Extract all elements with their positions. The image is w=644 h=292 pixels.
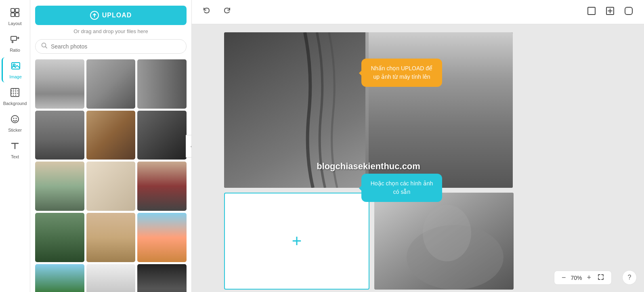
sidebar-item-label: Layout bbox=[8, 21, 21, 26]
sidebar-item-label: Ratio bbox=[10, 48, 20, 53]
list-item[interactable] bbox=[137, 111, 187, 160]
frame-buttons bbox=[584, 4, 636, 20]
panel: UPLOAD Or drag and drop your files here … bbox=[30, 0, 192, 292]
list-item[interactable] bbox=[86, 59, 136, 109]
collapse-panel-button[interactable]: ‹ bbox=[186, 135, 192, 158]
sticker-icon bbox=[10, 114, 20, 126]
canvas-area: Nhấn chọn UPLOAD để up ảnh từ máy tính l… bbox=[192, 0, 644, 292]
sidebar-item-sticker[interactable]: Sticker bbox=[2, 111, 28, 136]
list-item[interactable] bbox=[137, 162, 187, 211]
svg-point-9 bbox=[13, 118, 15, 119]
svg-point-20 bbox=[423, 205, 471, 261]
upload-icon bbox=[90, 11, 99, 20]
sidebar-item-image[interactable]: Image bbox=[2, 57, 28, 82]
sidebar-item-label: Text bbox=[11, 154, 19, 159]
svg-rect-13 bbox=[588, 7, 595, 15]
list-item[interactable] bbox=[35, 162, 84, 211]
background-icon bbox=[10, 87, 20, 99]
svg-rect-4 bbox=[11, 36, 17, 40]
list-item[interactable] bbox=[35, 264, 84, 292]
frame-rounded-button[interactable] bbox=[621, 4, 636, 20]
undo-button[interactable] bbox=[200, 5, 214, 19]
image-grid bbox=[35, 59, 187, 292]
layout-icon bbox=[10, 7, 20, 19]
sidebar-item-background[interactable]: Background bbox=[2, 84, 28, 109]
sidebar-item-label: Image bbox=[9, 74, 22, 79]
svg-rect-15 bbox=[625, 7, 632, 15]
canvas-row-bottom: + bbox=[224, 193, 514, 290]
svg-rect-1 bbox=[15, 8, 19, 12]
redo-button[interactable] bbox=[220, 5, 234, 19]
add-image-icon: + bbox=[292, 233, 302, 250]
frame-single-button[interactable] bbox=[584, 4, 599, 20]
frame-plus-button[interactable] bbox=[603, 4, 617, 20]
search-box bbox=[35, 39, 187, 54]
svg-rect-2 bbox=[11, 13, 15, 17]
canvas-card-main[interactable]: blogchiasekienthuc.com bbox=[224, 32, 513, 188]
svg-point-10 bbox=[16, 118, 17, 119]
canvas-card-empty[interactable]: + bbox=[224, 193, 369, 290]
list-item[interactable] bbox=[86, 162, 136, 211]
ratio-icon bbox=[10, 34, 20, 46]
help-icon: ? bbox=[628, 274, 631, 281]
sidebar-item-label: Background bbox=[3, 101, 27, 106]
tooltip-images: Hoặc chọn các hình ảnh có sẵn bbox=[361, 174, 442, 202]
canvas-row-top: blogchiasekienthuc.com bbox=[224, 32, 514, 188]
sidebar-item-text[interactable]: Text bbox=[2, 137, 28, 162]
list-item[interactable] bbox=[35, 59, 84, 109]
list-item[interactable] bbox=[137, 264, 187, 292]
help-button[interactable]: ? bbox=[622, 270, 637, 285]
drag-drop-text: Or drag and drop your files here bbox=[35, 28, 187, 34]
list-item[interactable] bbox=[35, 111, 84, 160]
sidebar: Layout Ratio Image Back bbox=[0, 0, 30, 292]
workspace: Nhấn chọn UPLOAD để up ảnh từ máy tính l… bbox=[192, 24, 644, 292]
zoom-expand-button[interactable] bbox=[596, 274, 606, 282]
sidebar-item-label: Sticker bbox=[8, 128, 22, 132]
list-item[interactable] bbox=[137, 59, 187, 109]
search-icon bbox=[41, 42, 48, 50]
svg-point-8 bbox=[11, 116, 19, 123]
list-item[interactable] bbox=[86, 213, 136, 262]
list-item[interactable] bbox=[35, 213, 84, 262]
list-item[interactable] bbox=[86, 111, 136, 160]
watermark: blogchiasekienthuc.com bbox=[317, 161, 420, 172]
svg-rect-0 bbox=[11, 8, 15, 12]
upload-button[interactable]: UPLOAD bbox=[35, 6, 187, 25]
text-icon bbox=[10, 141, 20, 153]
image-icon bbox=[10, 61, 21, 73]
toolbar bbox=[192, 0, 644, 24]
sidebar-item-layout[interactable]: Layout bbox=[2, 4, 28, 29]
list-item[interactable] bbox=[86, 264, 136, 292]
tooltip-upload: Nhấn chọn UPLOAD để up ảnh từ máy tính l… bbox=[361, 59, 442, 87]
zoom-bar: − 70% + bbox=[554, 271, 612, 285]
svg-rect-5 bbox=[12, 63, 20, 69]
zoom-out-button[interactable]: − bbox=[560, 273, 568, 282]
sidebar-item-ratio[interactable]: Ratio bbox=[2, 31, 28, 56]
search-input[interactable] bbox=[51, 43, 180, 50]
secondary-photo bbox=[374, 193, 514, 290]
svg-rect-3 bbox=[15, 13, 19, 17]
zoom-level: 70% bbox=[571, 275, 582, 281]
list-item[interactable] bbox=[137, 213, 187, 262]
svg-rect-7 bbox=[11, 88, 19, 97]
canvas-card-secondary[interactable] bbox=[374, 193, 514, 290]
zoom-in-button[interactable]: + bbox=[585, 273, 593, 282]
